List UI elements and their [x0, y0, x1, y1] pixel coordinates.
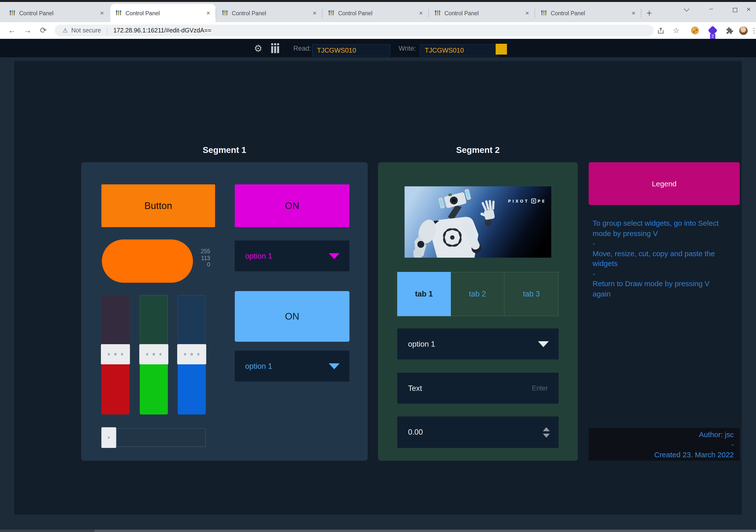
horizontal-slider-handle[interactable] [101, 427, 116, 448]
read-label: Read: [293, 45, 311, 52]
tab-1[interactable]: tab 1 [397, 272, 450, 316]
horizontal-scrollbar-track[interactable] [0, 530, 756, 532]
green-slider-track[interactable] [140, 295, 168, 344]
favicon-sliders-icon [222, 9, 229, 17]
segment1-title: Segment 1 [150, 145, 298, 155]
red-slider-handle[interactable] [101, 344, 130, 364]
layout-columns-icon[interactable] [271, 43, 281, 53]
blue-toggle-on[interactable]: ON [235, 291, 349, 342]
close-tab-icon[interactable]: × [99, 9, 105, 17]
tab-separator [534, 9, 535, 18]
browser-menu-kebab-icon[interactable]: ⋮ [749, 26, 756, 36]
not-secure-warning-icon: ⚠ [63, 27, 68, 34]
robot-image: PIXOT PE [405, 186, 551, 258]
tab-3[interactable]: tab 3 [505, 272, 559, 316]
bookmark-star-icon[interactable]: ☆ [671, 26, 681, 36]
close-tab-icon[interactable]: × [418, 9, 424, 17]
blue-slider[interactable] [178, 295, 206, 415]
tab-title: Control Panel [338, 10, 418, 16]
profile-avatar[interactable] [738, 26, 748, 36]
segment1-dropdown-1[interactable]: option 1 [235, 241, 349, 271]
green-slider[interactable] [140, 295, 168, 415]
red-slider-track[interactable] [101, 295, 129, 344]
extensions-puzzle-icon[interactable] [724, 26, 734, 36]
orange-button[interactable]: Button [101, 184, 215, 227]
purple-extension-icon[interactable]: 2 [708, 26, 717, 36]
magenta-toggle-on[interactable]: ON [235, 184, 349, 227]
favicon-sliders-icon [328, 9, 335, 17]
number-value: 0.00 [408, 428, 543, 437]
window-close-button[interactable]: × [741, 5, 756, 13]
settings-gear-icon[interactable]: ⚙ [254, 43, 262, 54]
new-tab-button[interactable]: + [643, 7, 656, 20]
horizontal-scrollbar-thumb[interactable] [0, 530, 94, 532]
browser-tab-6[interactable]: Control Panel × [535, 4, 641, 22]
tab-2[interactable]: tab 2 [450, 272, 504, 316]
browser-window: Control Panel × Control Panel × Control … [0, 0, 756, 532]
blue-slider-fill [178, 364, 206, 415]
chevron-down-icon [538, 341, 549, 347]
red-slider[interactable] [101, 295, 129, 415]
number-input[interactable]: 0.00 [397, 417, 559, 448]
window-chevron-icon[interactable] [679, 5, 694, 12]
back-icon[interactable]: ← [5, 24, 19, 38]
horizontal-slider[interactable] [101, 427, 206, 448]
tab-separator [428, 9, 429, 18]
browser-tab-4[interactable]: Control Panel × [323, 4, 428, 22]
write-label: Write: [399, 45, 416, 52]
tab-title: Control Panel [445, 10, 524, 16]
window-maximize-button[interactable] [727, 6, 742, 14]
status-yellow-square[interactable] [496, 44, 507, 55]
tab-separator [216, 9, 216, 18]
close-tab-icon[interactable]: × [524, 9, 530, 17]
segment1-dropdown-2[interactable]: option 1 [235, 351, 349, 382]
forward-icon[interactable]: → [21, 24, 35, 38]
segment2-tabbar: tab 1 tab 2 tab 3 [397, 272, 559, 316]
legend-header: Legend [589, 162, 740, 205]
cookie-extension-icon[interactable] [690, 26, 700, 36]
svg-text:PIXOT: PIXOT [508, 199, 529, 204]
address-bar[interactable]: ⚠ Not secure 172.28.96.1:16211/#edit-dGV… [55, 25, 654, 37]
tab-title: Control Panel [551, 10, 630, 16]
stepper-up-icon[interactable] [543, 427, 550, 431]
green-slider-fill [140, 364, 168, 415]
author-box: Author: jsc - Created 23. March 2022 [589, 428, 740, 461]
segment2-dropdown[interactable]: option 1 [397, 328, 559, 359]
author-line: Author: jsc [589, 429, 734, 440]
reload-icon[interactable]: ⟳ [37, 24, 50, 38]
security-label: Not secure [71, 27, 101, 34]
close-tab-icon[interactable]: × [311, 9, 318, 17]
url-text: 172.28.96.1:16211/#edit-dGVzdA== [113, 27, 211, 34]
browser-tab-3[interactable]: Control Panel × [217, 4, 322, 22]
browser-tab-5[interactable]: Control Panel × [429, 4, 534, 22]
chevron-down-icon [329, 253, 339, 259]
chevron-down-icon [329, 363, 339, 369]
close-tab-icon[interactable]: × [630, 9, 637, 17]
number-stepper[interactable] [543, 427, 550, 437]
rgb-b-value: 0 [166, 262, 210, 268]
rgb-readout: 255 113 0 [166, 248, 210, 268]
tab-title: Control Panel [19, 10, 99, 16]
red-slider-fill [101, 364, 129, 415]
browser-tab-1[interactable]: Control Panel × [4, 4, 109, 22]
close-tab-icon[interactable]: × [205, 9, 212, 17]
pixotope-logo: PIXOT PE [508, 199, 546, 204]
blue-slider-track[interactable] [178, 295, 206, 344]
stepper-down-icon[interactable] [543, 433, 550, 437]
window-top-edge [0, 0, 756, 2]
text-input[interactable]: Text Enter [397, 373, 559, 404]
browser-toolbar: ← → ⟳ ⚠ Not secure 172.28.96.1:16211/#ed… [0, 22, 756, 39]
horizontal-slider-track[interactable] [116, 428, 206, 447]
favicon-sliders-icon [115, 9, 122, 17]
write-input[interactable]: TJCGWS010 [420, 44, 498, 57]
window-minimize-button[interactable]: – [704, 5, 718, 12]
blue-slider-handle[interactable] [177, 344, 206, 364]
favicon-sliders-icon [434, 9, 441, 17]
author-line: - [589, 440, 734, 450]
tab-title: Control Panel [125, 10, 205, 16]
omnibox-divider [107, 27, 107, 34]
share-icon[interactable] [656, 26, 665, 36]
green-slider-handle[interactable] [139, 344, 168, 364]
browser-tab-2-active[interactable]: Control Panel × [110, 4, 216, 22]
read-input[interactable]: TJCGWS010 [312, 44, 390, 57]
